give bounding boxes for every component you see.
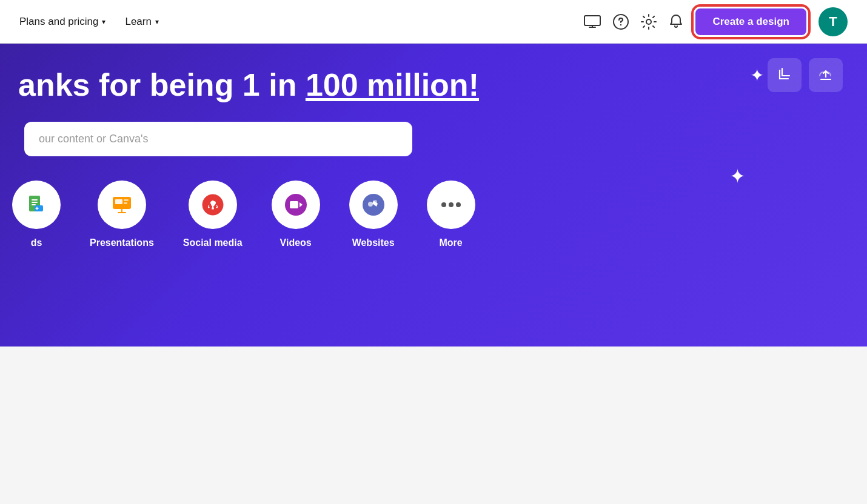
monitor-icon[interactable]: [584, 15, 601, 28]
settings-icon[interactable]: [641, 14, 657, 30]
sparkle-small-icon: ✦: [729, 165, 746, 188]
hero-highlight: 100 million!: [306, 67, 479, 102]
websites-label: Websites: [352, 237, 395, 248]
svg-point-5: [646, 19, 651, 24]
sparkle-large-icon: ✦: [750, 65, 764, 85]
navbar: Plans and pricing ▾ Learn ▾: [0, 0, 867, 44]
videos-label: Videos: [280, 237, 312, 248]
categories-row: ds Presentations: [0, 181, 867, 248]
hero-title: anks for being 1 in 100 million!: [6, 68, 855, 102]
nav-right: Create a design T: [584, 7, 848, 36]
learn-chevron-icon: ▾: [155, 18, 159, 26]
plans-chevron-icon: ▾: [102, 18, 105, 26]
svg-rect-9: [32, 204, 36, 205]
svg-point-21: [363, 194, 384, 216]
svg-point-23: [373, 200, 377, 204]
hero-banner: ✦ ✦ anks for being 1 in 100 million! our…: [0, 44, 867, 346]
svg-point-26: [456, 202, 461, 207]
svg-rect-20: [290, 201, 298, 208]
svg-point-25: [441, 202, 446, 207]
more-icon: [427, 181, 475, 229]
hero-title-text: anks for being 1 in 100 million!: [18, 67, 479, 102]
search-placeholder: our content or Canva's: [39, 133, 149, 145]
avatar[interactable]: T: [818, 7, 848, 36]
svg-point-22: [368, 202, 373, 207]
crop-icon-button[interactable]: [768, 58, 802, 92]
svg-rect-0: [584, 16, 600, 25]
websites-icon: [349, 181, 398, 229]
category-item-websites[interactable]: Websites: [349, 181, 398, 248]
create-design-button[interactable]: Create a design: [695, 8, 806, 35]
svg-rect-8: [32, 202, 38, 203]
category-item-more[interactable]: More: [427, 181, 475, 248]
plans-pricing-menu[interactable]: Plans and pricing ▾: [19, 16, 105, 28]
docs-icon: [12, 181, 61, 229]
svg-rect-7: [32, 199, 38, 201]
svg-point-24: [449, 202, 454, 207]
svg-rect-13: [124, 199, 129, 201]
category-item-videos[interactable]: Videos: [272, 181, 320, 248]
help-icon[interactable]: [613, 14, 629, 30]
hero-actions: [768, 58, 843, 92]
svg-rect-14: [124, 202, 127, 204]
docs-label: ds: [31, 237, 42, 248]
category-item-presentations[interactable]: Presentations: [90, 181, 154, 248]
category-item-social-media[interactable]: Social media: [183, 181, 243, 248]
plans-pricing-label: Plans and pricing: [19, 16, 98, 28]
videos-icon: [272, 181, 320, 229]
category-item-docs[interactable]: ds: [12, 181, 61, 248]
upload-cloud-button[interactable]: [809, 58, 843, 92]
more-label: More: [440, 237, 463, 248]
svg-point-4: [620, 24, 621, 25]
search-bar[interactable]: our content or Canva's: [24, 122, 412, 156]
nav-left: Plans and pricing ▾ Learn ▾: [19, 16, 159, 28]
learn-menu[interactable]: Learn ▾: [125, 16, 158, 28]
social-icon: [189, 181, 237, 229]
presentations-label: Presentations: [90, 237, 154, 248]
social-media-label: Social media: [183, 237, 243, 248]
learn-label: Learn: [125, 16, 151, 28]
presentations-icon: [98, 181, 146, 229]
notification-icon[interactable]: [669, 14, 683, 30]
svg-rect-12: [115, 199, 122, 204]
